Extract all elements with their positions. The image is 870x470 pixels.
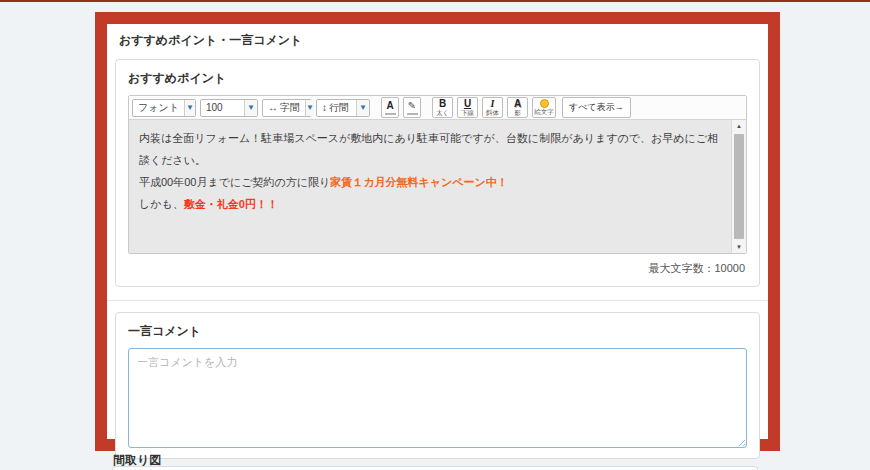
emoji-label: 絵文字 [534,109,554,116]
italic-button[interactable]: I 斜体 [482,97,503,118]
line-spacing-dropdown[interactable]: ↕ 行間 ▼ [316,99,370,117]
emoji-button[interactable]: 絵文字 [532,97,556,118]
underline-label: 下線 [461,110,474,117]
section-title: おすすめポイント・一言コメント [119,32,756,49]
highlight-annotation-border: おすすめポイント・一言コメント おすすめポイント フォント ▼ 100 ▼ ↔ [95,12,780,451]
letter-spacing-icon: ↔ [263,100,280,116]
editor-toolbar: フォント ▼ 100 ▼ ↔ 字間 ▼ ↕ 行間 [129,96,746,120]
italic-letter: I [491,99,495,109]
underline-letter: U [464,99,471,109]
font-family-value: フォント [133,100,184,116]
letter-spacing-dropdown[interactable]: ↔ 字間 ▼ [262,99,312,117]
bold-button[interactable]: B 太く [432,97,453,118]
content-line-2: 平成00年00月までにご契約の方に限り家賃１カ月分無料キャンペーン中！ [139,171,722,193]
color-swatch-bar [407,113,418,115]
campaign-highlight-text: 家賃１カ月分無料キャンペーン中！ [330,176,508,188]
richtext-editor: フォント ▼ 100 ▼ ↔ 字間 ▼ ↕ 行間 [128,95,747,254]
one-line-comment-label: 一言コメント [128,323,747,340]
color-swatch-bar [385,113,396,115]
italic-label: 斜体 [486,110,499,117]
scrollbar-thumb[interactable] [734,134,744,239]
content-line-1: 内装は全面リフォーム！駐車場スペースが敷地内にあり駐車可能ですが、台数に制限があ… [139,127,722,171]
recommend-points-label: おすすめポイント [128,70,747,87]
text-color-button[interactable]: A [381,97,399,118]
max-characters-label: 最大文字数：10000 [128,254,747,276]
smiley-icon [540,99,549,108]
letter-spacing-value: 字間 [280,100,305,116]
font-size-value: 100 [201,100,244,116]
section-divider [107,300,768,301]
line-spacing-icon: ↕ [317,100,329,116]
line-spacing-value: 行間 [329,100,356,116]
underline-button[interactable]: U 下線 [457,97,478,118]
pencil-icon: ✎ [408,101,416,111]
content-line-3: しかも、敷金・礼金0円！！ [139,193,722,215]
richtext-content-area[interactable]: 内装は全面リフォーム！駐車場スペースが敷地内にあり駐車可能ですが、台数に制限があ… [129,120,746,253]
floorplan-section-panel [112,466,758,470]
shadow-label: 影 [514,110,521,117]
one-line-comment-input[interactable] [128,348,747,448]
font-family-dropdown[interactable]: フォント ▼ [132,99,196,117]
chevron-down-icon: ▼ [356,100,369,116]
page-top-divider [0,0,870,2]
marker-highlight-button[interactable]: ✎ [403,97,421,118]
text-color-letter: A [386,101,393,111]
font-size-dropdown[interactable]: 100 ▼ [200,99,258,117]
recommend-comment-section: おすすめポイント・一言コメント おすすめポイント フォント ▼ 100 ▼ ↔ [107,24,768,439]
show-all-tools-button[interactable]: すべて表示→ [562,97,631,118]
chevron-down-icon: ▼ [244,100,257,116]
scroll-down-icon[interactable]: ▼ [732,241,746,253]
one-line-comment-card: 一言コメント [115,312,760,459]
recommend-points-card: おすすめポイント フォント ▼ 100 ▼ ↔ 字間 ▼ [115,59,760,287]
chevron-down-icon: ▼ [184,100,195,116]
chevron-down-icon: ▼ [305,100,314,116]
bold-label: 太く [436,110,449,117]
scrollbar-track[interactable] [732,132,746,241]
editor-scrollbar[interactable]: ▲ ▼ [731,120,746,253]
shadow-button[interactable]: A 影 [507,97,528,118]
shadow-letter: A [514,99,521,109]
scroll-up-icon[interactable]: ▲ [732,120,746,132]
zero-yen-highlight-text: 敷金・礼金0円！！ [184,198,278,210]
bold-letter: B [439,99,446,109]
